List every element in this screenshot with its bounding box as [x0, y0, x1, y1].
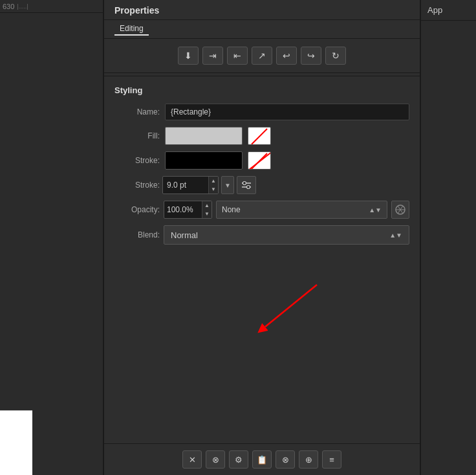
- refresh-button[interactable]: ↻: [325, 47, 346, 65]
- bottom-toolbar: ✕ ⊗ ⚙ 📋 ⊗ ⊕ ≡: [104, 443, 420, 475]
- stroke-type-dropdown[interactable]: ▼: [221, 176, 234, 194]
- blend-row: Blend: Normal ▲▼: [104, 222, 420, 248]
- panel-title: Properties: [114, 5, 159, 16]
- stroke-row: Stroke:: [104, 148, 420, 173]
- add-button[interactable]: ⊕: [299, 450, 318, 469]
- svg-point-3: [243, 182, 246, 185]
- settings-button[interactable]: ⚙: [229, 450, 248, 469]
- undo-button[interactable]: ↩: [276, 47, 297, 65]
- name-input[interactable]: [165, 104, 409, 120]
- stroke-options-button[interactable]: [237, 176, 256, 194]
- list-button[interactable]: ≡: [322, 450, 341, 469]
- opacity-mode-dropdown[interactable]: None ▲▼: [216, 201, 387, 219]
- export-button[interactable]: ↗: [252, 47, 272, 65]
- blend-mode-dropdown[interactable]: Normal ▲▼: [164, 225, 409, 245]
- opacity-spinner[interactable]: ▲ ▼: [202, 201, 211, 218]
- stroke-size-row: Stroke: ▲ ▼ ▼: [104, 173, 420, 197]
- tab-editing[interactable]: Editing: [114, 23, 149, 36]
- fill-color-swatch[interactable]: [165, 127, 243, 145]
- enter-button[interactable]: ⇥: [202, 47, 223, 65]
- canvas-preview: [0, 410, 32, 475]
- cancel-circle-button[interactable]: ⊗: [206, 450, 225, 469]
- stroke-size-spinner[interactable]: ▲ ▼: [208, 177, 218, 193]
- stroke-color-swatch[interactable]: [165, 151, 243, 170]
- stroke-label: Stroke:: [114, 156, 160, 165]
- redo-button[interactable]: ↪: [301, 47, 321, 65]
- stroke-size-input[interactable]: [163, 181, 208, 190]
- import-button[interactable]: ⬇: [178, 47, 199, 65]
- delete-button[interactable]: ✕: [182, 450, 202, 469]
- clipboard-button[interactable]: 📋: [252, 450, 272, 469]
- name-label: Name:: [114, 107, 160, 116]
- opacity-row: Opacity: ▲ ▼ None ▲▼: [104, 197, 420, 222]
- opacity-input[interactable]: [164, 205, 202, 214]
- opacity-mode-text: None: [222, 205, 241, 214]
- hatched-icon-button[interactable]: [391, 201, 409, 219]
- stroke-size-label: Stroke:: [114, 181, 160, 190]
- opacity-label: Opacity:: [114, 205, 160, 214]
- svg-line-0: [248, 152, 271, 170]
- fill-row: Fill:: [104, 124, 420, 148]
- fill-label: Fill:: [114, 131, 160, 140]
- right-panel-title: App: [421, 0, 476, 21]
- fill-none-swatch[interactable]: [248, 127, 271, 145]
- name-row: Name:: [104, 100, 420, 124]
- opacity-down[interactable]: ▼: [202, 210, 211, 218]
- blend-mode-text: Normal: [171, 230, 198, 240]
- svg-point-4: [247, 186, 250, 189]
- exit-button[interactable]: ⇤: [227, 47, 248, 65]
- opacity-up[interactable]: ▲: [202, 201, 211, 210]
- styling-section-title: Styling: [104, 79, 420, 100]
- opacity-container: ▲ ▼: [164, 201, 212, 219]
- blend-label: Blend:: [114, 230, 160, 239]
- ruler-number: 630: [3, 3, 14, 10]
- remove-button[interactable]: ⊗: [276, 450, 295, 469]
- stroke-none-swatch[interactable]: [248, 151, 271, 170]
- stroke-size-down[interactable]: ▼: [209, 185, 218, 193]
- stroke-size-up[interactable]: ▲: [209, 177, 218, 185]
- stroke-size-container: ▲ ▼: [162, 176, 219, 194]
